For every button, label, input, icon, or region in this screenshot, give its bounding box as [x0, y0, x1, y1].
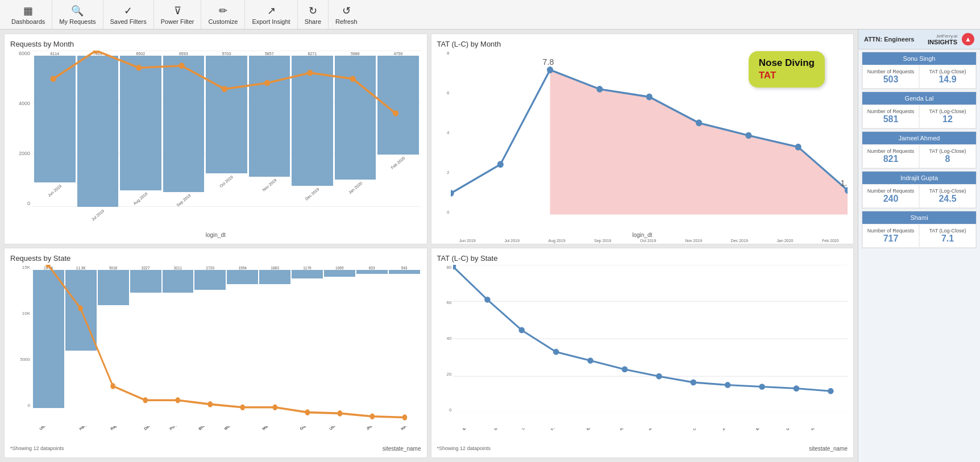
svg-point-6 [307, 70, 313, 76]
svg-point-3 [178, 63, 184, 69]
toolbar-saved-filters[interactable]: ✓ Saved Filters [103, 0, 154, 29]
brand-logo-icon: ▲ [962, 33, 974, 45]
svg-point-17 [795, 144, 801, 151]
requests-by-month-panel: Requests by Month 6000 4000 2000 0 [4, 34, 427, 244]
stat-requests-label-0: Number of Requests 503 [862, 65, 919, 89]
sidebar-attn-label: ATTN: Engineers [864, 36, 914, 43]
svg-point-11 [497, 161, 503, 168]
tat-by-month-title: TAT (L-C) by Month [437, 40, 848, 48]
tat-state-svg [453, 265, 848, 413]
svg-point-44 [656, 373, 662, 379]
sidebar-header: ATTN: Engineers JetFerry.ai INSIGHTS ▲ [858, 30, 980, 49]
svg-point-4 [222, 86, 227, 92]
svg-point-31 [370, 413, 375, 419]
tat-state-chart-area [453, 265, 848, 413]
power-filter-icon: ⊽ [174, 5, 181, 17]
dashboards-label: Dashboards [11, 18, 45, 25]
saved-filters-label: Saved Filters [110, 18, 147, 25]
svg-point-39 [484, 296, 491, 302]
y-axis-tat-month: 8 6 4 2 0 [437, 51, 451, 215]
svg-point-26 [207, 401, 213, 407]
state-footnote: *Showing 12 datapoints [10, 446, 64, 452]
stat-tat-label-2: TAT (Log-Close) 8 [919, 144, 976, 168]
toolbar-my-requests[interactable]: 🔍 My Requests [52, 0, 103, 29]
svg-point-40 [518, 327, 525, 333]
engineer-stats-2: Number of Requests 821 TAT (Log-Close) 8 [862, 144, 976, 168]
svg-point-16 [745, 132, 751, 139]
dashboards-icon: ▦ [23, 5, 33, 17]
main-content: Requests by Month 6000 4000 2000 0 [0, 30, 980, 462]
svg-marker-9 [550, 70, 848, 215]
engineer-stats-3: Number of Requests 240 TAT (Log-Close) 2… [862, 184, 976, 208]
stat-requests-label-2: Number of Requests 821 [862, 144, 919, 168]
requests-by-state-title: Requests by State [10, 254, 421, 263]
svg-point-45 [690, 379, 696, 385]
svg-point-2 [136, 65, 142, 71]
svg-point-13 [596, 86, 603, 93]
charts-area: Requests by Month 6000 4000 2000 0 [0, 30, 858, 462]
trend-line-month [32, 51, 421, 223]
toolbar-power-filter[interactable]: ⊽ Power Filter [154, 0, 202, 29]
tat-state-footnote: *Showing 12 datapoints [437, 446, 491, 452]
engineer-name-4: Shami [862, 211, 976, 224]
tat-by-state-title: TAT (L-C) by State [437, 254, 848, 263]
svg-point-42 [587, 357, 593, 364]
toolbar-export-insight[interactable]: ↗ Export Insight [245, 0, 297, 29]
export-icon: ↗ [267, 5, 276, 17]
engineer-card-0: Sonu Singh Number of Requests 503 TAT (L… [862, 52, 977, 89]
engineer-card-1: Genda Lal Number of Requests 581 TAT (Lo… [862, 91, 977, 129]
toolbar-customize[interactable]: ✏ Customize [201, 0, 245, 29]
stat-tat-label-1: TAT (Log-Close) 12 [919, 105, 976, 128]
svg-point-47 [759, 384, 765, 390]
x-axis-tat-state-label: sitestate_name [809, 446, 848, 452]
svg-point-48 [793, 385, 799, 392]
engineer-card-2: Jameel Ahmed Number of Requests 821 TAT … [862, 131, 977, 169]
svg-point-22 [78, 305, 83, 311]
toolbar-refresh[interactable]: ↺ Refresh [329, 0, 364, 29]
engineer-card-3: Indrajit Gupta Number of Requests 240 TA… [862, 171, 977, 209]
callout-bubble: Nose Diving TAT [749, 51, 825, 88]
y-axis-state: 15K 10K 5000 0 [10, 265, 32, 409]
svg-text:1.6: 1.6 [840, 178, 848, 188]
engineer-stats-1: Number of Requests 581 TAT (Log-Close) 1… [862, 105, 976, 128]
engineer-name-0: Sonu Singh [862, 52, 976, 65]
x-axis-state-label: sitestate_name [383, 446, 421, 452]
customize-icon: ✏ [219, 5, 227, 17]
toolbar: ▦ Dashboards 🔍 My Requests ✓ Saved Filte… [0, 0, 980, 30]
refresh-label: Refresh [335, 18, 358, 25]
callout-line2: TAT [759, 69, 815, 82]
svg-point-49 [828, 388, 834, 394]
stat-tat-label-4: TAT (Log-Close) 7.1 [919, 224, 976, 248]
y-axis-tat-state: 80 60 40 20 0 [437, 265, 453, 413]
svg-text:7.8: 7.8 [542, 57, 554, 67]
toolbar-dashboards[interactable]: ▦ Dashboards [5, 0, 52, 29]
svg-point-29 [305, 409, 310, 415]
svg-point-30 [338, 410, 343, 417]
engineer-stats-4: Number of Requests 717 TAT (Log-Close) 7… [862, 224, 976, 248]
search-icon: 🔍 [71, 5, 84, 17]
callout-line1: Nose Diving [759, 57, 815, 69]
svg-point-46 [724, 382, 730, 388]
svg-point-25 [175, 397, 180, 403]
export-insight-label: Export Insight [252, 18, 290, 25]
svg-point-28 [273, 404, 278, 410]
svg-point-1 [93, 51, 99, 53]
svg-point-15 [696, 119, 702, 126]
stat-tat-label-3: TAT (Log-Close) 24.5 [919, 184, 976, 208]
sidebar-brand-text: JetFerry.ai INSIGHTS [928, 34, 957, 45]
svg-point-14 [646, 94, 652, 101]
x-axis-state-labels: Uttar Pradesh Haryana Rajasthan Delhi Pu… [32, 426, 421, 444]
svg-point-41 [553, 348, 559, 355]
svg-point-24 [143, 397, 148, 403]
x-axis-label-tat-month: login_dt [437, 232, 848, 238]
my-requests-label: My Requests [59, 18, 95, 25]
x-axis-tat-month: Jun 2019 Jul 2019 Aug 2019 Sep 2019 Oct … [445, 239, 854, 243]
engineer-cards-container: Sonu Singh Number of Requests 503 TAT (L… [858, 49, 980, 251]
svg-point-0 [51, 76, 56, 82]
svg-point-23 [110, 383, 115, 389]
svg-point-43 [621, 366, 628, 372]
svg-point-7 [350, 76, 356, 82]
engineer-name-3: Indrajit Gupta [862, 172, 976, 184]
toolbar-share[interactable]: ↻ Share [298, 0, 329, 29]
svg-point-5 [264, 80, 270, 86]
